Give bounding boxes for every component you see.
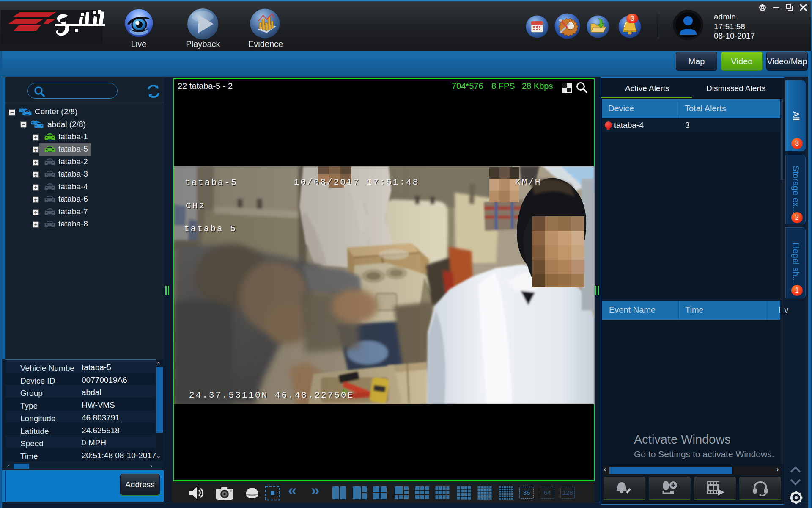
svg-text:KM/H: KM/H	[515, 177, 541, 187]
svg-text:10/08/2017 17:51:48: 10/08/2017 17:51:48	[294, 177, 419, 187]
svg-text:24.37.53110N 46.48.22750E: 24.37.53110N 46.48.22750E	[189, 390, 354, 400]
svg-text:tataba 5: tataba 5	[184, 224, 237, 234]
svg-text:CH2: CH2	[186, 201, 206, 211]
svg-text:tataba-5: tataba-5	[185, 178, 238, 188]
